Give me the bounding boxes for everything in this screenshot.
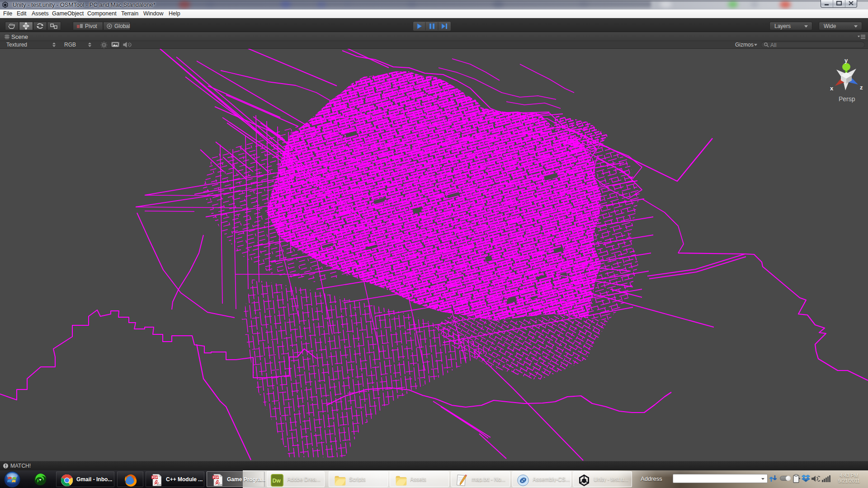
- svg-text:Adobe: Adobe: [157, 483, 163, 486]
- svg-text:Adobe: Adobe: [218, 483, 224, 486]
- svg-text:y: y: [844, 57, 848, 64]
- svg-text:x: x: [830, 85, 834, 92]
- svg-text:z: z: [860, 84, 863, 91]
- svg-text:Dw: Dw: [273, 478, 281, 484]
- svg-text:Persp: Persp: [839, 95, 855, 103]
- svg-text:PDF: PDF: [152, 476, 158, 479]
- svg-text:PDF: PDF: [213, 476, 219, 479]
